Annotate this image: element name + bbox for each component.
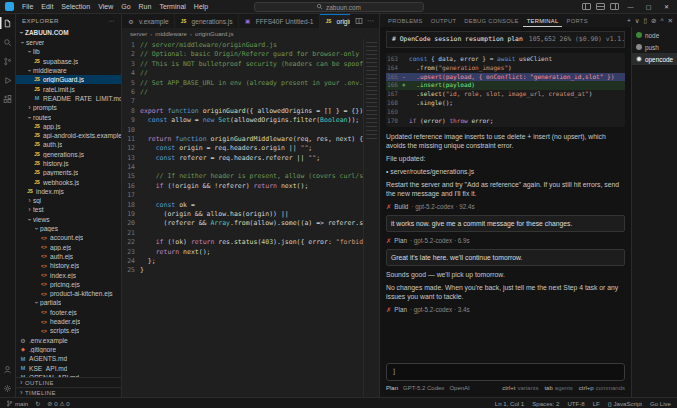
tree-file[interactable]: JSoriginGuard.js — [16, 75, 121, 84]
menu-file[interactable]: File — [18, 3, 37, 10]
minimize-button[interactable]: — — [624, 4, 637, 10]
tree-file[interactable]: JSindex.mjs — [16, 187, 121, 196]
tree-file[interactable]: ⚙.env.example — [16, 336, 121, 345]
tree-file[interactable]: JSsupabase.js — [16, 57, 121, 66]
settings-icon[interactable] — [0, 382, 16, 394]
tree-file[interactable]: MREADME_RATE_LIMIT.md — [16, 94, 121, 103]
terminal-item-opencode[interactable]: opencode — [632, 53, 677, 65]
tree-file[interactable]: <>scripts.ejs — [16, 326, 121, 335]
maximize-button[interactable]: ▢ — [642, 3, 655, 10]
opencode-terminal[interactable]: # OpenCode session resumption plan 105,6… — [380, 27, 631, 397]
opencode-prompt-input[interactable]: ] — [386, 363, 625, 381]
menu-help[interactable]: Help — [190, 3, 212, 10]
tree-folder[interactable]: ›middleware — [16, 66, 121, 75]
menu-terminal[interactable]: Terminal — [155, 3, 189, 10]
tree-folder[interactable]: ›test — [16, 205, 121, 214]
status-spaces-2[interactable]: Spaces: 2 — [532, 400, 559, 407]
tab-originguard-js[interactable]: JSoriginGuard.js✕ — [320, 14, 350, 28]
panel-tab-ports[interactable]: PORTS — [562, 14, 591, 27]
source-control-icon[interactable] — [0, 55, 16, 67]
explorer-more-icon[interactable]: ⋯ — [108, 17, 115, 24]
run-debug-icon[interactable] — [0, 74, 16, 86]
toggle-panel-icon[interactable] — [596, 3, 605, 10]
kill-terminal-icon[interactable]: ⊘ — [651, 17, 656, 25]
minimap[interactable] — [363, 39, 379, 397]
menu-run[interactable]: Run — [135, 3, 156, 10]
tree-file[interactable]: JShistory.js — [16, 159, 121, 168]
sidebar-section-outline[interactable]: ›OUTLINE — [16, 377, 121, 387]
tree-folder[interactable]: ›routes — [16, 112, 121, 121]
toggle-secondary-sidebar-icon[interactable] — [610, 3, 619, 10]
extensions-icon[interactable] — [0, 93, 16, 105]
tree-file[interactable]: MKSE_API.md — [16, 363, 121, 372]
toggle-sidebar-icon[interactable] — [582, 3, 591, 10]
tree-folder[interactable]: ›prompts — [16, 103, 121, 112]
terminal-item-node[interactable]: node — [632, 29, 677, 41]
tree-file[interactable]: JSgenerations.js — [16, 150, 121, 159]
updated-file-link[interactable]: • server/routes/generations.js — [386, 167, 625, 176]
menu-go[interactable]: Go — [117, 3, 134, 10]
terminal-item-push[interactable]: push — [632, 41, 677, 53]
search-icon[interactable] — [0, 36, 16, 48]
terminal-dropdown-icon[interactable]: ∨ — [635, 17, 640, 25]
tab-generations-js[interactable]: JSgenerations.js — [175, 14, 239, 28]
sidebar-section-timeline[interactable]: ›TIMELINE — [16, 387, 121, 397]
panel-tab-debug-console[interactable]: DEBUG CONSOLE — [460, 14, 522, 27]
menu-view[interactable]: View — [94, 3, 117, 10]
tree-file[interactable]: JSapi-android-exists.example.js — [16, 131, 121, 140]
account-icon[interactable] — [0, 363, 16, 375]
status--javascript[interactable]: {} JavaScript — [608, 400, 642, 407]
tree-file[interactable]: MAGENTS.md — [16, 354, 121, 363]
more-actions-icon[interactable]: ⋯ — [367, 17, 374, 25]
new-terminal-icon[interactable]: + — [627, 17, 631, 25]
tree-file[interactable]: ◆.gitignore — [16, 345, 121, 354]
status-ln-1-col-1[interactable]: Ln 1, Col 1 — [495, 400, 524, 407]
breadcrumb-item[interactable]: middleware — [155, 30, 187, 37]
workspace-root-folder[interactable]: › ZABUUN.COM — [16, 27, 121, 38]
panel-tab-output[interactable]: OUTPUT — [427, 14, 461, 27]
tree-folder[interactable]: ›lib — [16, 47, 121, 56]
tree-folder[interactable]: ›server — [16, 38, 121, 47]
maximize-panel-icon[interactable]: ^ — [660, 17, 663, 25]
tree-folder[interactable]: ›sql — [16, 196, 121, 205]
panel-tab-problems[interactable]: PROBLEMS — [384, 14, 427, 27]
tree-file[interactable]: <>footer.ejs — [16, 308, 121, 317]
sync-icon[interactable]: ↻ — [35, 400, 40, 407]
menu-selection[interactable]: Selection — [57, 3, 94, 10]
tree-file[interactable]: <>header.ejs — [16, 317, 121, 326]
tree-folder[interactable]: ›pages — [16, 224, 121, 233]
tree-file[interactable]: <>history.ejs — [16, 261, 121, 270]
breadcrumb-item[interactable]: server — [130, 30, 147, 37]
tab-fffs40f-untitled-1[interactable]: ▣FFFS40F Untitled-1 — [239, 14, 320, 28]
tree-folder[interactable]: ›partials — [16, 298, 121, 307]
problems-item[interactable]: ⊘ 0 ⚠ 0 — [47, 400, 69, 407]
tree-folder[interactable]: ›views — [16, 215, 121, 224]
explorer-icon[interactable] — [0, 17, 16, 29]
tree-file[interactable]: <>auth.ejs — [16, 252, 121, 261]
breadcrumb[interactable]: server›middleware›originGuard.js — [122, 28, 379, 39]
tree-file[interactable]: JSpayments.js — [16, 168, 121, 177]
tree-file[interactable]: JSauth.js — [16, 140, 121, 149]
command-center-search[interactable]: zabuun.com — [254, 2, 424, 12]
panel-tab-terminal[interactable]: TERMINAL — [523, 14, 563, 27]
split-editor-icon[interactable] — [355, 17, 363, 26]
tree-file[interactable]: <>product-ai-kitchen.ejs — [16, 289, 121, 298]
tree-file[interactable]: JSwebhooks.js — [16, 177, 121, 186]
status-lf[interactable]: LF — [593, 400, 600, 407]
split-terminal-icon[interactable]: ▯ — [643, 17, 647, 25]
tree-file[interactable]: JSapp.js — [16, 122, 121, 131]
status-go-live[interactable]: Go Live — [650, 400, 671, 407]
close-panel-icon[interactable]: ✕ — [668, 17, 673, 25]
tree-file[interactable]: <>pricing.ejs — [16, 280, 121, 289]
tab-v-example[interactable]: ⚙v.example — [122, 14, 175, 28]
code-editor[interactable]: 1// server/middleware/originGuard.js2// … — [122, 39, 363, 397]
tree-file[interactable]: <>app.ejs — [16, 243, 121, 252]
breadcrumb-item[interactable]: originGuard.js — [195, 30, 234, 37]
status-utf-8[interactable]: UTF-8 — [567, 400, 584, 407]
tree-file[interactable]: JSrateLimit.js — [16, 84, 121, 93]
menu-edit[interactable]: Edit — [37, 3, 57, 10]
close-button[interactable]: ✕ — [660, 3, 673, 10]
tree-file[interactable]: <>account.ejs — [16, 233, 121, 242]
branch-item[interactable]: main — [6, 400, 28, 407]
tree-file[interactable]: <>index.ejs — [16, 270, 121, 279]
